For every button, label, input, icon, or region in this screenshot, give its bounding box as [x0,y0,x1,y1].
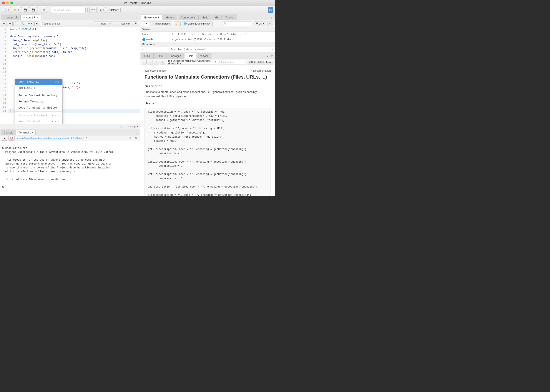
format-button[interactable]: ✏ ▾ [27,21,33,26]
print-button[interactable]: 🖨 [41,7,47,13]
code-editor[interactable]: 1 library(magrittr) 2 3 sh ← function(.d… [0,27,140,124]
maximize-env-button[interactable]: □ [270,16,274,20]
source-on-save-checkbox[interactable] [40,22,43,25]
terminal-path-label: ~/repos/mine/data-science-at-the-command… [16,137,87,140]
tab-close-icon[interactable]: × [37,16,38,19]
clear-icon: 🚫 [10,137,13,140]
source-on-save-container: Source on Save [40,22,60,25]
expand-icon[interactable]: ↗ [271,48,273,51]
build-button[interactable]: ⚙ ▾ [98,7,106,13]
redo-button[interactable]: ↪ [7,21,13,26]
context-menu: New Terminal ⌥⌃R Terminal 1 Go to Curren… [15,79,63,124]
help-forward-button[interactable]: → [148,60,153,64]
run-button[interactable]: → → Run [94,21,107,26]
source-dropdown-icon: ▾ [129,22,130,25]
find-button[interactable]: 🔍 [20,21,26,26]
tab-files[interactable]: Files [141,53,153,59]
tab-tutorial[interactable]: Tutorial [222,14,237,20]
help-content[interactable]: connections {base} R Documentation Funct… [140,65,275,196]
minimize-help-button[interactable]: – [266,54,269,58]
tab-packages[interactable]: Packages [166,53,184,59]
traffic-lights[interactable] [2,1,13,4]
find-in-topic-input[interactable]: Find in Topic [219,60,245,64]
help-home-button[interactable]: ⌂ [154,60,159,64]
dropdown-arrow: ▾ [146,22,147,25]
tab-scratch-r[interactable]: R scratch.R [1,14,21,20]
git-tab-label: Git [215,16,218,19]
list-view-button[interactable]: ☰ List ▾ [254,21,266,26]
maximize-editor-button[interactable]: □ [135,16,139,20]
env-row-words[interactable]: i words Large character (30754 elements,… [140,37,275,42]
git-commit-button[interactable]: ⑂ ▾ [89,7,97,13]
tab-connections[interactable]: Connections [178,14,199,20]
tab-viewer[interactable]: Viewer [197,53,211,59]
save-all-button[interactable]: 💾 [30,7,37,13]
tab-help[interactable]: Help [185,53,197,59]
menu-item-rename-terminal[interactable]: Rename Terminal [15,98,62,105]
broom-button[interactable]: 🧹 [174,21,181,26]
tab-plots[interactable]: Plots [153,53,166,59]
menu-item-goto-dir[interactable]: Go to Current Directory [15,92,62,98]
usage-code: file(description = "", open = "", blocki… [145,108,271,196]
minimize-console-button[interactable]: – [130,131,134,135]
menu-item-copy-to-editor[interactable]: Copy Terminal to Editor [15,105,62,111]
maximize-console-button[interactable]: □ [135,131,139,135]
tab-build[interactable]: Build [199,14,211,20]
minimize-env-button[interactable]: – [266,16,269,20]
minimize-button[interactable] [6,1,9,4]
main-layout: R scratch.R R count.R × – □ ↩ ↪ ← [0,14,275,196]
env-row-lines[interactable]: lines chr [1:3735] "Project Gutenberg's … [140,32,275,37]
menu-icon: ☰ [135,22,137,25]
env-row-sh[interactable]: sh function (.data, command) ↗ [140,47,275,52]
source-button[interactable]: → → Source ▾ [114,21,132,26]
console-tab[interactable]: Console [1,130,16,135]
save-button[interactable]: 💾 [22,7,29,13]
tab-history[interactable]: History [163,14,177,20]
clear-console-button[interactable]: 🚫 [8,136,14,141]
terminal-tab[interactable]: Terminal 1 ▾ [16,130,36,135]
refresh-help-label: Refresh Help Topic [251,61,271,63]
environment-tab-label: Environment [144,16,159,19]
reload-button[interactable]: ⟳ [108,21,113,26]
new-file-button[interactable]: 📄 ▾ [2,7,11,13]
help-back-button[interactable]: ← [142,60,147,64]
addins-button[interactable]: Addins ▾ [107,7,121,13]
import-dataset-button[interactable]: ⬆ Import Dataset [150,21,172,26]
console-clear-button[interactable]: ⎋ [128,136,133,140]
console-close-button[interactable]: ✕ [134,136,138,140]
packages-tab-label: Packages [169,55,181,57]
tab-count-r[interactable]: R count.R × [21,14,42,20]
open-icon: 📂 [14,8,17,12]
tab-environment[interactable]: Environment [141,14,162,20]
compile-button[interactable]: ▶ [34,21,39,26]
maximize-button[interactable] [10,1,13,4]
refresh-env-button[interactable]: ⟳ [268,21,273,26]
run-label: → Run [98,22,106,25]
stop-icon: ⏹ [3,137,6,140]
minimize-editor-button[interactable]: – [130,16,134,20]
console-content[interactable]: $ head alice.txt Project Gutenberg's Ali… [0,141,140,196]
help-panel-tabs: Files Plots Packages Help Viewer – □ [140,52,275,59]
global-env-selector[interactable]: 🌐 Global Environment ▾ [182,21,212,26]
save-icon: 💾 [24,8,27,12]
menu-button[interactable]: ☰ [133,21,138,26]
interrupt-console-button[interactable]: ⏹ [2,136,7,141]
nav-back-button[interactable]: ← [14,21,19,26]
console-output: $ head alice.txt Project Gutenberg's Ali… [2,147,115,189]
help-print-button[interactable]: 🖨 [160,60,165,64]
menu-item-terminal-1[interactable]: Terminal 1 [15,85,62,91]
close-button[interactable] [2,1,5,4]
tab-git[interactable]: Git [212,14,222,20]
maximize-help-button[interactable]: □ [270,54,274,58]
goto-input[interactable]: Go to file/function [51,7,86,13]
menu-item-new-terminal[interactable]: New Terminal ⌥⌃R [15,79,62,85]
env-window-controls: – □ [266,16,274,20]
r-version-selector[interactable]: R ▾ [142,21,149,26]
undo-button[interactable]: ↩ [2,21,7,26]
env-search-input[interactable] [222,21,253,26]
refresh-help-button[interactable]: ⟳ Refresh Help Topic [247,60,273,64]
search-icon: 🔍 [21,22,24,25]
env-toolbar: R ▾ ⬆ Import Dataset 🧹 🌐 Global Environm… [140,21,275,27]
open-file-button[interactable]: 📂 ▾ [12,7,21,13]
user-avatar[interactable]: 2e [268,7,273,13]
